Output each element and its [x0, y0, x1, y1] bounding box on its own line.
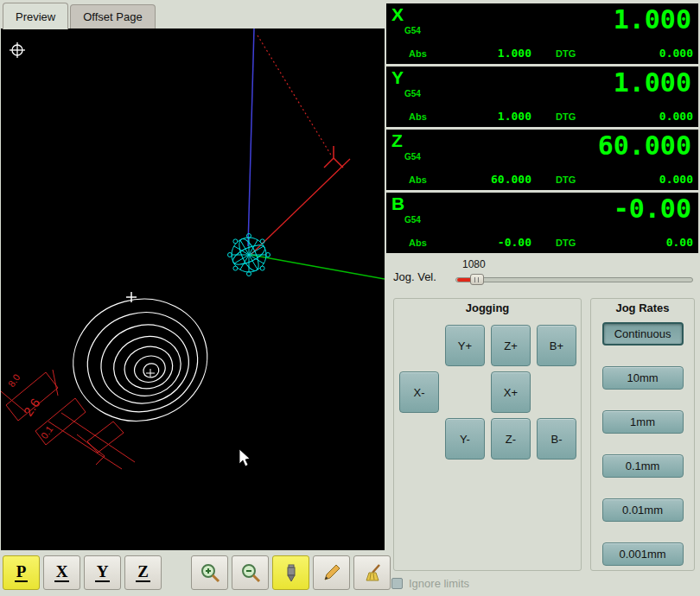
zoom-in-icon	[199, 561, 221, 584]
jog-b-plus-button[interactable]: B+	[537, 325, 576, 366]
zoom-out-icon	[239, 561, 262, 584]
jog-rate-0_1mm-button[interactable]: 0.1mm	[602, 454, 684, 478]
jogging-title: Jogging	[394, 301, 581, 314]
dtg-value: 0.000	[598, 173, 693, 186]
dro-axis-x[interactable]: X G54 1.000 Abs 1.000 DTG 0.000	[386, 3, 698, 64]
ignore-limits-checkbox[interactable]	[391, 578, 403, 589]
coord-system: G54	[404, 26, 421, 35]
jog-rate-10mm-button[interactable]: 10mm	[602, 366, 684, 390]
zoom-out-button[interactable]	[232, 555, 269, 590]
jog-rates-list: Continuous 10mm 1mm 0.1mm 0.01mm 0.001mm	[591, 314, 694, 566]
jog-rates-frame: Jog Rates Continuous 10mm 1mm 0.1mm 0.01…	[590, 298, 695, 571]
machine-control-window: Preview Offset Page	[0, 0, 700, 596]
abs-value: 1.000	[438, 110, 531, 123]
slider-handle[interactable]	[470, 274, 484, 285]
view-p-button[interactable]: P	[3, 555, 40, 590]
view-y-button[interactable]: Y	[84, 555, 121, 590]
dro-axis-y[interactable]: Y G54 1.000 Abs 1.000 DTG 0.000	[386, 67, 698, 127]
origin-marker-icon	[10, 42, 25, 58]
slider-track[interactable]	[455, 277, 693, 282]
axis-value: -0.00	[614, 193, 691, 224]
abs-label: Abs	[409, 238, 427, 248]
feed-line	[251, 159, 350, 255]
spiral-center-cross	[146, 369, 155, 377]
jog-y-minus-button[interactable]: Y-	[445, 418, 485, 460]
abs-label: Abs	[409, 48, 427, 59]
jog-rate-1mm-button[interactable]: 1mm	[602, 410, 684, 434]
dro-axis-b[interactable]: B G54 -0.00 Abs -0.00 DTG 0.00	[386, 193, 698, 253]
control-pane: X G54 1.000 Abs 1.000 DTG 0.000 Y G54 1.…	[386, 0, 700, 596]
z-axis-line	[248, 29, 254, 246]
svg-text:2.6: 2.6	[21, 396, 43, 419]
view-p-label: P	[15, 563, 29, 582]
dtg-label: DTG	[556, 238, 576, 248]
toolpath-plot: 8.0 2.6 0.1	[1, 29, 385, 550]
dtg-label: DTG	[556, 111, 576, 122]
jogging-frame: Jogging Y+ Z+ B+ X- X+ Y- Z- B-	[393, 298, 582, 571]
tab-preview[interactable]: Preview	[3, 3, 68, 29]
dro-axis-z[interactable]: Z G54 60.000 Abs 60.000 DTG 0.000	[386, 130, 698, 190]
jog-rate-0_001mm-button[interactable]: 0.001mm	[602, 542, 684, 566]
preview-pane: Preview Offset Page	[0, 0, 386, 596]
jog-rate-continuous-button[interactable]: Continuous	[602, 322, 684, 346]
abs-value: 60.000	[438, 173, 531, 186]
preview-toolbar: P X Y Z	[0, 553, 386, 593]
axis-value: 60.000	[598, 130, 691, 161]
jog-x-plus-button[interactable]: X+	[491, 371, 531, 413]
dtg-value: 0.000	[598, 47, 693, 60]
view-z-label: Z	[136, 563, 150, 582]
rapid-move-line	[258, 35, 332, 156]
notebook-tabs: Preview Offset Page	[0, 0, 386, 29]
jog-b-minus-button[interactable]: B-	[537, 418, 576, 460]
footer-row: Ignore limits	[391, 577, 700, 590]
svg-text:8.0: 8.0	[6, 372, 22, 389]
tool-model	[228, 234, 270, 276]
preview-canvas[interactable]: 8.0 2.6 0.1	[1, 29, 385, 550]
mouse-cursor	[239, 449, 250, 466]
broom-icon	[361, 561, 384, 584]
jog-velocity-row: Jog. Vel. 1080	[393, 258, 695, 293]
jog-velocity-value: 1080	[462, 258, 695, 270]
tab-offset-page[interactable]: Offset Page	[70, 4, 155, 29]
edit-button[interactable]	[313, 555, 350, 590]
jog-rate-0_01mm-button[interactable]: 0.01mm	[602, 498, 684, 522]
coord-system: G54	[404, 152, 421, 162]
jog-z-plus-button[interactable]: Z+	[491, 325, 531, 366]
coord-system: G54	[404, 89, 421, 98]
jogging-grid: Y+ Z+ B+ X- X+ Y- Z- B-	[394, 314, 581, 460]
jog-frames: Jogging Y+ Z+ B+ X- X+ Y- Z- B- Jog Rate…	[393, 298, 695, 571]
abs-label: Abs	[409, 174, 427, 185]
pencil-icon	[321, 561, 343, 584]
tool-icon	[280, 561, 302, 584]
view-y-label: Y	[95, 563, 111, 582]
view-x-button[interactable]: X	[43, 555, 80, 590]
jog-y-plus-button[interactable]: Y+	[445, 325, 485, 366]
show-tool-button[interactable]	[272, 555, 309, 590]
abs-label: Abs	[409, 111, 427, 122]
dimension-labels: 8.0 2.6 0.1	[6, 372, 55, 441]
jog-z-minus-button[interactable]: Z-	[491, 418, 531, 460]
clear-plot-button[interactable]	[353, 555, 391, 590]
x-axis-line	[251, 255, 385, 279]
axis-letter: Z	[391, 130, 403, 151]
dtg-value: 0.00	[598, 236, 693, 249]
zoom-in-button[interactable]	[191, 555, 228, 590]
jog-x-minus-button[interactable]: X-	[399, 371, 439, 413]
dtg-label: DTG	[556, 48, 576, 59]
jog-velocity-slider[interactable]	[455, 271, 695, 287]
abs-value: -0.00	[438, 236, 531, 249]
axis-letter: X	[391, 4, 404, 25]
dtg-label: DTG	[556, 174, 576, 185]
ignore-limits-label: Ignore limits	[409, 577, 469, 590]
jog-rates-title: Jog Rates	[591, 301, 694, 314]
limit-marker	[324, 146, 343, 168]
axis-value: 1.000	[614, 4, 691, 35]
abs-value: 1.000	[438, 47, 531, 60]
dimension-sketch	[1, 370, 135, 469]
axis-letter: Y	[391, 67, 404, 88]
jog-velocity-label: Jog. Vel.	[393, 270, 455, 283]
coord-system: G54	[404, 215, 421, 225]
view-x-label: X	[54, 563, 70, 582]
dtg-value: 0.000	[598, 110, 693, 123]
view-z-button[interactable]: Z	[124, 555, 162, 590]
